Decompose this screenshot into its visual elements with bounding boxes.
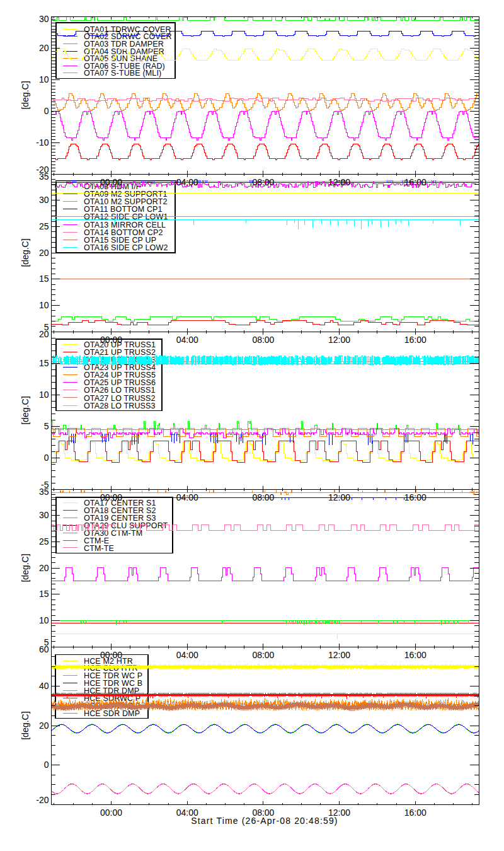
svg-text:12:00: 12:00 — [328, 492, 350, 502]
svg-text:30: 30 — [39, 510, 49, 520]
svg-text:20: 20 — [39, 563, 49, 573]
svg-text:30: 30 — [39, 195, 49, 205]
svg-text:12:00: 12:00 — [328, 335, 350, 345]
svg-text:OTA16 SIDE CP LOW2: OTA16 SIDE CP LOW2 — [84, 243, 168, 252]
svg-text:35: 35 — [39, 171, 49, 182]
svg-text:OTA28 LO TRUSS3: OTA28 LO TRUSS3 — [84, 402, 156, 410]
svg-text:20: 20 — [39, 248, 49, 258]
svg-text:[deg.C]: [deg.C] — [20, 238, 30, 267]
svg-text:60: 60 — [39, 644, 49, 654]
svg-text:25: 25 — [39, 221, 49, 231]
svg-text:08:00: 08:00 — [252, 492, 274, 502]
svg-text:20: 20 — [39, 43, 49, 53]
svg-text:OTA07 S-TUBE (MLI): OTA07 S-TUBE (MLI) — [84, 69, 161, 78]
svg-text:5: 5 — [44, 421, 49, 431]
svg-text:04:00: 04:00 — [176, 650, 198, 660]
svg-text:10: 10 — [39, 390, 49, 400]
svg-text:0: 0 — [44, 106, 49, 116]
svg-text:Start Time (26-Apr-08 20:48:59: Start Time (26-Apr-08 20:48:59) — [191, 816, 338, 826]
svg-text:16:00: 16:00 — [404, 650, 427, 660]
svg-text:15: 15 — [39, 358, 49, 368]
svg-text:10: 10 — [39, 74, 49, 84]
svg-text:16:00: 16:00 — [404, 492, 427, 502]
svg-text:35: 35 — [39, 487, 49, 497]
svg-text:00:00: 00:00 — [100, 335, 122, 345]
svg-text:-10: -10 — [36, 137, 49, 148]
svg-text:10: 10 — [39, 615, 49, 625]
svg-text:25: 25 — [39, 536, 49, 547]
svg-text:0: 0 — [44, 760, 49, 770]
svg-text:00:00: 00:00 — [100, 650, 122, 660]
svg-text:08:00: 08:00 — [252, 177, 274, 187]
svg-text:[deg.C]: [deg.C] — [20, 711, 30, 739]
svg-text:15: 15 — [39, 589, 49, 599]
svg-text:12:00: 12:00 — [328, 177, 350, 187]
svg-text:12:00: 12:00 — [328, 650, 350, 660]
svg-text:10: 10 — [39, 300, 49, 310]
svg-text:04:00: 04:00 — [176, 335, 198, 345]
svg-text:15: 15 — [39, 274, 49, 284]
svg-text:08:00: 08:00 — [252, 650, 274, 660]
svg-text:16:00: 16:00 — [404, 177, 427, 187]
svg-text:00:00: 00:00 — [100, 492, 122, 502]
svg-text:40: 40 — [39, 681, 49, 691]
svg-text:HCE SDR DMP: HCE SDR DMP — [84, 709, 140, 718]
svg-text:[deg.C]: [deg.C] — [20, 81, 30, 109]
svg-text:08:00: 08:00 — [252, 335, 274, 345]
svg-text:00:00: 00:00 — [100, 177, 122, 187]
svg-text:00:00: 00:00 — [100, 808, 122, 818]
svg-text:16:00: 16:00 — [404, 335, 427, 345]
svg-text:16:00: 16:00 — [404, 808, 427, 818]
svg-text:0: 0 — [44, 453, 49, 463]
svg-text:30: 30 — [39, 14, 49, 24]
svg-text:[deg.C]: [deg.C] — [20, 553, 30, 582]
svg-text:20: 20 — [39, 329, 49, 339]
svg-text:04:00: 04:00 — [176, 492, 198, 502]
svg-text:20: 20 — [39, 721, 49, 731]
svg-text:04:00: 04:00 — [176, 177, 198, 187]
svg-text:CTM-TE: CTM-TE — [84, 544, 114, 553]
svg-text:-20: -20 — [36, 795, 49, 805]
svg-text:[deg.C]: [deg.C] — [20, 396, 30, 424]
